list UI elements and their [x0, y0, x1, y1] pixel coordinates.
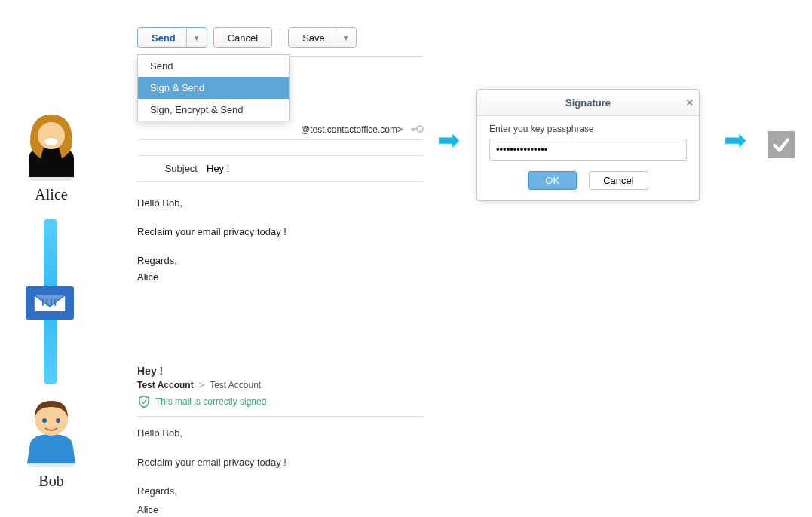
compose-panel: Send ▼ Cancel Save ▼ Send Sign & Send Si… — [137, 27, 424, 286]
subject-label: Subject — [137, 163, 204, 174]
save-button[interactable]: Save ▼ — [288, 27, 357, 48]
received-to: Test Account — [210, 380, 261, 390]
bob-label: Bob — [14, 473, 89, 490]
send-button[interactable]: Send ▼ — [137, 27, 207, 48]
chevron-down-icon[interactable]: ▼ — [336, 28, 356, 47]
compose-body[interactable]: Hello Bob, Reclaim your email privacy to… — [137, 195, 424, 286]
dialog-title: Signature — [565, 97, 611, 109]
success-check-icon — [768, 131, 795, 158]
arrow-right-icon: ➡ — [437, 124, 460, 156]
arrow-right-icon: ➡ — [724, 124, 746, 156]
mailfence-logo — [26, 286, 74, 320]
ok-button[interactable]: OK — [528, 171, 577, 190]
received-from: Test Account — [137, 380, 194, 390]
alice-label: Alice — [14, 186, 89, 203]
send-button-label: Send — [152, 32, 176, 44]
compose-toolbar: Send ▼ Cancel Save ▼ Send Sign & Send Si… — [137, 27, 424, 57]
signature-verified: This mail is correctly signed — [137, 395, 424, 408]
received-panel: Hey ! Test Account > Test Account This m… — [137, 365, 424, 517]
cancel-button[interactable]: Cancel — [213, 27, 272, 48]
received-body: Hello Bob, Reclaim your email privacy to… — [137, 424, 424, 517]
to-address: @test.contactoffice.com> — [137, 124, 407, 135]
svg-point-2 — [44, 138, 58, 145]
send-option-send[interactable]: Send — [138, 55, 289, 77]
avatar-alice-icon — [14, 106, 89, 181]
svg-point-6 — [56, 418, 60, 423]
send-dropdown: Send Sign & Send Sign, Encrypt & Send — [137, 54, 290, 121]
chevron-down-icon[interactable]: ▼ — [186, 28, 207, 47]
passphrase-input[interactable] — [489, 139, 687, 161]
signature-dialog: Signature × Enter you key passphrase OK … — [476, 89, 700, 201]
subject-row: Subject — [137, 156, 424, 182]
cc-address-row — [137, 140, 424, 156]
toolbar-divider — [280, 29, 280, 47]
svg-point-5 — [42, 418, 47, 423]
key-icon — [410, 124, 424, 136]
dialog-titlebar: Signature × — [477, 90, 699, 116]
bob-figure: Bob — [14, 392, 89, 490]
received-subject: Hey ! — [137, 365, 424, 377]
close-icon[interactable]: × — [686, 96, 693, 109]
divider — [137, 416, 424, 417]
alice-figure: Alice — [14, 106, 89, 203]
dialog-cancel-button[interactable]: Cancel — [589, 171, 648, 190]
received-fromline: Test Account > Test Account — [137, 380, 424, 390]
avatar-bob-icon — [14, 392, 89, 467]
to-address-row: @test.contactoffice.com> — [137, 120, 424, 140]
svg-point-7 — [417, 126, 423, 132]
dialog-prompt: Enter you key passphrase — [489, 124, 687, 134]
send-option-sign-encrypt-send[interactable]: Sign, Encrypt & Send — [138, 99, 289, 121]
shield-check-icon — [137, 395, 151, 408]
send-option-sign-and-send[interactable]: Sign & Send — [138, 77, 289, 99]
subject-input[interactable] — [204, 160, 424, 177]
